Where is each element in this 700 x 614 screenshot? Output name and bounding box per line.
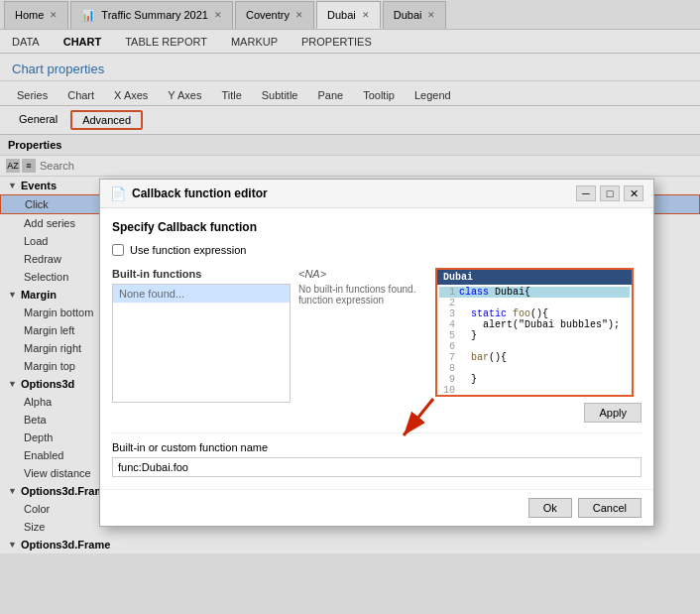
builtin-functions-section: Built-in functions None found...: [112, 268, 291, 423]
modal-subtitle: Specify Callback function: [112, 220, 642, 234]
code-editor-section: Dubai 1 class Dubai{ 2 3: [435, 268, 642, 423]
code-line-7: 7 bar(){: [439, 352, 630, 363]
ok-button[interactable]: Ok: [528, 498, 572, 518]
code-line-6: 6: [439, 341, 630, 352]
code-line-4: 4 alert("Dubai bubbles");: [439, 319, 630, 330]
arrow-indicator: [384, 394, 443, 446]
na-desc: No built-in functions found. function ex…: [298, 284, 427, 306]
code-editor[interactable]: Dubai 1 class Dubai{ 2 3: [435, 268, 634, 397]
cancel-button[interactable]: Cancel: [578, 498, 642, 518]
code-line-8: 8: [439, 363, 630, 374]
callback-editor-modal: 📄 Callback function editor ─ □ ✕ Specify…: [99, 179, 654, 527]
code-line-5: 5 }: [439, 330, 630, 341]
modal-icon: 📄: [110, 186, 126, 201]
apply-btn-row: Apply: [435, 403, 642, 423]
modal-window-controls: ─ □ ✕: [576, 185, 643, 201]
use-function-expression-label: Use function expression: [130, 244, 246, 256]
builtin-label: Built-in functions: [112, 268, 291, 280]
svg-line-1: [404, 399, 433, 435]
function-name-label: Built-in or custom function name: [112, 441, 642, 453]
modal-body: Specify Callback function Use function e…: [100, 208, 653, 489]
modal-minimize-button[interactable]: ─: [576, 185, 596, 201]
modal-titlebar: 📄 Callback function editor ─ □ ✕: [100, 180, 653, 208]
code-line-3: 3 static foo(){: [439, 308, 630, 319]
modal-title-text: Callback function editor: [132, 186, 570, 200]
modal-sections: Built-in functions None found... <NA> No…: [112, 268, 642, 423]
apply-button[interactable]: Apply: [584, 403, 642, 423]
builtin-none[interactable]: None found...: [113, 285, 290, 303]
code-line-1: 1 class Dubai{: [439, 287, 630, 298]
code-line-10: 10: [439, 385, 630, 396]
modal-close-button[interactable]: ✕: [624, 185, 643, 201]
function-name-section: Built-in or custom function name: [112, 432, 642, 477]
modal-maximize-button[interactable]: □: [600, 185, 620, 201]
modal-footer: Ok Cancel: [100, 489, 653, 526]
code-editor-title: Dubai: [437, 270, 632, 285]
code-line-2: 2: [439, 298, 630, 308]
modal-overlay: 📄 Callback function editor ─ □ ✕ Specify…: [0, 0, 700, 614]
code-line-11: 11 }: [439, 396, 630, 397]
function-name-input[interactable]: [112, 457, 642, 477]
builtin-list[interactable]: None found...: [112, 284, 291, 403]
use-function-expression-checkbox[interactable]: [112, 244, 124, 256]
use-function-expression-row: Use function expression: [112, 244, 642, 256]
na-label: <NA>: [298, 268, 427, 280]
code-line-9: 9 }: [439, 374, 630, 385]
code-lines: 1 class Dubai{ 2 3 static foo(){: [437, 285, 632, 397]
